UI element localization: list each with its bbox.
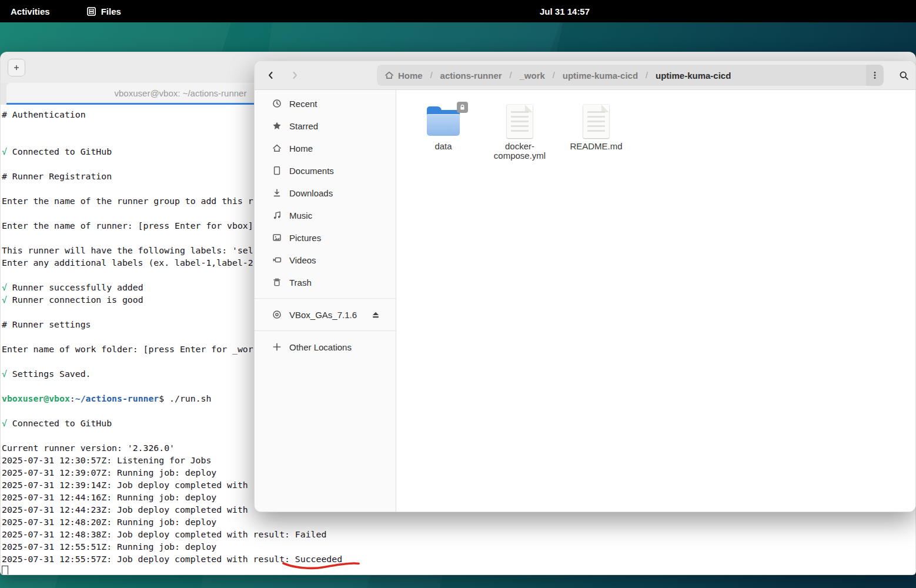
sidebar-item-label: Starred: [289, 121, 318, 131]
chevron-right-icon: [290, 71, 299, 80]
breadcrumb-label: actions-runner: [440, 71, 502, 81]
sidebar-item-recent[interactable]: Recent: [258, 92, 392, 115]
app-menu-files[interactable]: Files: [79, 3, 128, 19]
breadcrumb-label: _work: [519, 71, 544, 81]
sidebar-item-music[interactable]: Music: [258, 204, 392, 226]
sidebar-item-downloads[interactable]: Downloads: [258, 182, 392, 204]
file-icon: [501, 103, 539, 139]
sidebar-item-videos[interactable]: Videos: [258, 249, 392, 271]
sidebar-separator: [255, 298, 396, 299]
picture-icon: [272, 233, 282, 242]
chevron-left-icon: [266, 71, 276, 80]
file-item[interactable]: data: [408, 103, 479, 151]
home-icon: [272, 143, 282, 153]
activities-button[interactable]: Activities: [4, 3, 57, 19]
clock[interactable]: Jul 31 14:57: [540, 0, 590, 22]
files-headerbar: Home/actions-runner/_work/uptime-kuma-ci…: [255, 61, 915, 90]
breadcrumb: Home/actions-runner/_work/uptime-kuma-ci…: [377, 65, 884, 86]
activities-label: Activities: [11, 6, 50, 16]
forward-button[interactable]: [286, 67, 303, 83]
home-icon: [385, 71, 394, 80]
search-button[interactable]: [894, 66, 913, 85]
file-item[interactable]: README.md: [561, 103, 631, 151]
sidebar-item-label: Documents: [289, 166, 334, 176]
breadcrumb-item[interactable]: uptime-kuma-cicd: [563, 71, 638, 81]
sidebar-separator: [255, 330, 396, 331]
sidebar-item-documents[interactable]: Documents: [258, 159, 392, 182]
file-label: data: [434, 142, 452, 151]
breadcrumb-separator: /: [553, 71, 555, 80]
video-icon: [272, 255, 282, 265]
file-grid[interactable]: datadocker-compose.ymlREADME.md: [396, 90, 915, 512]
music-icon: [272, 211, 282, 220]
trash-icon: [272, 278, 282, 287]
file-icon: [577, 103, 615, 139]
breadcrumb-label: Home: [398, 71, 423, 81]
sidebar-item-label: Videos: [289, 255, 316, 265]
sidebar-item-label: Downloads: [289, 188, 333, 198]
sidebar-item-label: Music: [289, 211, 312, 220]
breadcrumb-separator: /: [646, 71, 648, 80]
breadcrumb-label: uptime-kuma-cicd: [563, 71, 638, 81]
terminal-line: 2025-07-31 12:55:57Z: Job deploy complet…: [2, 553, 915, 565]
kebab-menu-icon: [870, 71, 880, 80]
sidebar-item-starred[interactable]: Starred: [258, 115, 392, 137]
terminal-line: 2025-07-31 12:48:38Z: Job deploy complet…: [2, 528, 915, 540]
terminal-line: 2025-07-31 12:48:20Z: Running job: deplo…: [2, 516, 915, 528]
breadcrumb-item[interactable]: actions-runner: [440, 71, 502, 81]
terminal-cursor-line: [2, 565, 915, 574]
folder-icon: [424, 103, 462, 139]
file-label: docker-compose.yml: [487, 142, 553, 161]
files-window: Home/actions-runner/_work/uptime-kuma-ci…: [254, 61, 916, 512]
breadcrumb-item[interactable]: _work: [519, 71, 544, 81]
star-icon: [272, 121, 282, 131]
breadcrumb-label: uptime-kuma-cicd: [656, 71, 731, 81]
sidebar-item-home[interactable]: Home: [258, 137, 392, 159]
file-label: README.md: [570, 142, 622, 151]
new-tab-button[interactable]: [8, 59, 25, 76]
breadcrumb-item[interactable]: uptime-kuma-cicd: [656, 71, 731, 81]
eject-button[interactable]: [369, 308, 383, 322]
sidebar-item-label: Trash: [289, 278, 312, 288]
lock-emblem-icon: [457, 102, 468, 113]
breadcrumb-separator: /: [430, 71, 433, 80]
sidebar-item-label: Other Locations: [289, 342, 352, 352]
download-icon: [272, 188, 282, 198]
file-item[interactable]: docker-compose.yml: [484, 103, 555, 161]
back-button[interactable]: [263, 67, 279, 83]
clock-label: Jul 31 14:57: [540, 6, 590, 16]
sidebar-item-other-locations[interactable]: Other Locations: [258, 336, 392, 358]
top-bar: Activities Files Jul 31 14:57: [0, 0, 916, 22]
menu-button[interactable]: [866, 65, 884, 86]
terminal-cursor: [2, 566, 8, 574]
clock-icon: [272, 99, 282, 108]
search-icon: [899, 71, 909, 81]
sidebar-item-label: Home: [289, 143, 313, 153]
breadcrumb-separator: /: [510, 71, 512, 80]
plus-icon: [272, 342, 282, 352]
terminal-line: 2025-07-31 12:55:51Z: Running job: deplo…: [2, 540, 915, 553]
files-sidebar: RecentStarredHomeDocumentsDownloadsMusic…: [255, 90, 396, 512]
eject-icon: [371, 310, 380, 319]
sidebar-item-label: Recent: [289, 99, 317, 109]
app-menu-label: Files: [101, 6, 121, 16]
plus-square-icon: [11, 62, 22, 73]
sidebar-item-label: Pictures: [289, 233, 321, 243]
sidebar-item-pictures[interactable]: Pictures: [258, 226, 392, 249]
sidebar-item-trash[interactable]: Trash: [258, 271, 392, 293]
terminal-tab-title: vboxuser@vbox: ~/actions-runner: [115, 88, 247, 98]
breadcrumb-item[interactable]: Home: [385, 71, 423, 81]
document-icon: [272, 166, 282, 175]
sidebar-item-label: VBox_GAs_7.1.6: [289, 310, 357, 320]
disc-icon: [272, 310, 282, 319]
files-app-icon: [86, 6, 96, 16]
sidebar-item-vbox-gas-device[interactable]: VBox_GAs_7.1.6: [258, 303, 392, 326]
